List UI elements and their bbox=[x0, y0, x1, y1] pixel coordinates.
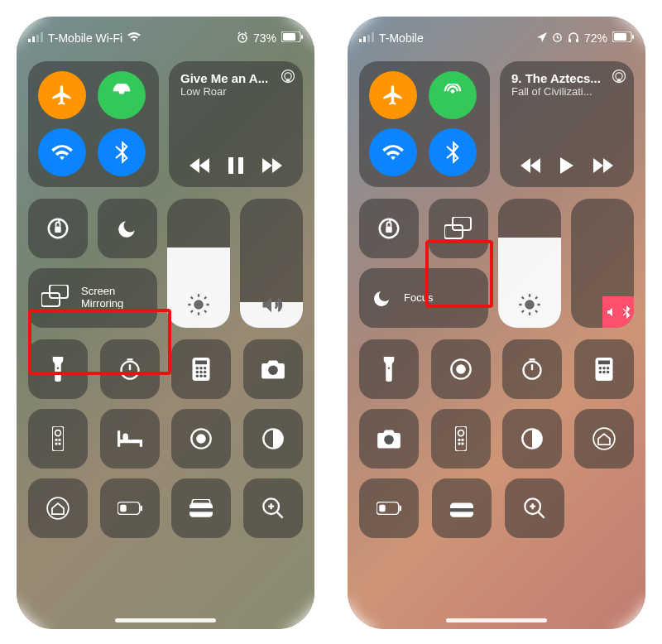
sleep-button[interactable] bbox=[100, 409, 160, 469]
flashlight-button[interactable] bbox=[28, 339, 88, 399]
dnd-button[interactable] bbox=[98, 199, 157, 258]
camera-button[interactable] bbox=[359, 409, 419, 469]
airplane-toggle[interactable] bbox=[38, 71, 86, 119]
dark-mode-button[interactable] bbox=[502, 409, 562, 469]
media-title: Give Me an A... bbox=[180, 71, 291, 85]
connectivity-panel[interactable] bbox=[359, 61, 490, 187]
screen-mirroring-button[interactable] bbox=[429, 199, 488, 258]
calculator-button[interactable] bbox=[574, 339, 634, 399]
cellular-toggle[interactable] bbox=[98, 71, 146, 119]
low-power-button[interactable] bbox=[359, 478, 419, 538]
wallet-icon bbox=[450, 499, 473, 517]
record-button[interactable] bbox=[431, 339, 491, 399]
screen-mirror-icon bbox=[41, 285, 70, 311]
wifi-icon bbox=[127, 31, 141, 45]
record-icon bbox=[189, 427, 213, 450]
bluetooth-toggle[interactable] bbox=[429, 128, 477, 176]
wallet-button[interactable] bbox=[432, 478, 492, 538]
focus-label: Focus bbox=[404, 292, 433, 305]
low-power-button[interactable] bbox=[100, 478, 160, 538]
bluetooth-toggle[interactable] bbox=[98, 128, 146, 176]
focus-button[interactable]: Focus bbox=[359, 268, 488, 328]
media-panel[interactable]: Give Me an A... Low Roar bbox=[169, 61, 303, 187]
svg-point-38 bbox=[196, 434, 206, 444]
svg-point-71 bbox=[599, 367, 602, 370]
flashlight-icon bbox=[381, 357, 396, 382]
orientation-lock-button[interactable] bbox=[28, 199, 88, 258]
svg-point-27 bbox=[196, 374, 199, 377]
wifi-toggle[interactable] bbox=[369, 128, 417, 176]
magnifier-icon bbox=[523, 497, 546, 520]
svg-point-26 bbox=[204, 371, 207, 374]
svg-point-72 bbox=[602, 367, 606, 370]
volume-slider[interactable] bbox=[571, 199, 634, 328]
timer-icon bbox=[118, 358, 142, 381]
airplane-toggle[interactable] bbox=[369, 71, 417, 119]
svg-point-21 bbox=[196, 367, 199, 370]
play-button[interactable] bbox=[559, 157, 574, 177]
svg-rect-2 bbox=[36, 35, 39, 42]
screen-mirror-icon bbox=[444, 217, 473, 240]
svg-rect-34 bbox=[59, 439, 61, 441]
cell-signal-icon bbox=[28, 31, 43, 45]
home-button[interactable] bbox=[574, 409, 634, 469]
svg-rect-54 bbox=[576, 39, 578, 42]
moon-icon bbox=[117, 218, 138, 239]
battery-icon bbox=[281, 31, 303, 45]
svg-rect-90 bbox=[450, 508, 473, 512]
wallet-button[interactable] bbox=[171, 478, 231, 538]
screen-mirroring-button[interactable]: Screen Mirroring bbox=[28, 268, 157, 328]
forward-button[interactable] bbox=[592, 158, 613, 176]
cell-signal-icon bbox=[359, 31, 374, 45]
dark-mode-button[interactable] bbox=[243, 409, 303, 469]
orientation-lock-button[interactable] bbox=[359, 199, 419, 258]
svg-point-30 bbox=[268, 365, 278, 375]
svg-point-32 bbox=[55, 430, 61, 436]
volume-slider[interactable] bbox=[240, 199, 303, 328]
flashlight-button[interactable] bbox=[359, 339, 419, 399]
svg-point-58 bbox=[451, 89, 455, 94]
status-bar: T-Mobile 72% bbox=[359, 26, 634, 50]
timer-icon bbox=[520, 358, 544, 381]
bluetooth-icon bbox=[622, 305, 631, 319]
pause-button[interactable] bbox=[228, 157, 243, 177]
cellular-toggle[interactable] bbox=[429, 71, 477, 119]
svg-rect-11 bbox=[228, 157, 233, 174]
brightness-slider[interactable] bbox=[498, 199, 561, 328]
magnifier-button[interactable] bbox=[505, 478, 564, 538]
media-title: 9. The Aztecs... bbox=[511, 71, 622, 85]
alarm-icon bbox=[552, 31, 563, 45]
status-bar: T-Mobile Wi-Fi 73% bbox=[28, 26, 303, 50]
bluetooth-icon bbox=[115, 141, 128, 164]
rewind-button[interactable] bbox=[189, 158, 211, 176]
rewind-button[interactable] bbox=[520, 158, 542, 176]
svg-point-23 bbox=[204, 367, 207, 370]
media-panel[interactable]: 9. The Aztecs... Fall of Civilizati... bbox=[500, 61, 634, 187]
carrier-label: T-Mobile Wi-Fi bbox=[48, 31, 122, 45]
record-button[interactable] bbox=[171, 409, 231, 469]
home-indicator bbox=[115, 618, 216, 622]
svg-point-85 bbox=[593, 428, 615, 449]
svg-rect-82 bbox=[458, 443, 460, 445]
home-button[interactable] bbox=[28, 478, 88, 538]
camera-button[interactable] bbox=[243, 339, 303, 399]
remote-icon bbox=[52, 426, 64, 451]
wifi-toggle[interactable] bbox=[38, 128, 86, 176]
magnifier-button[interactable] bbox=[243, 478, 303, 538]
svg-rect-81 bbox=[461, 439, 463, 441]
connectivity-panel[interactable] bbox=[28, 61, 159, 187]
svg-rect-88 bbox=[400, 506, 401, 511]
timer-button[interactable] bbox=[502, 339, 562, 399]
svg-point-67 bbox=[456, 364, 466, 374]
svg-point-79 bbox=[458, 430, 463, 436]
timer-button[interactable] bbox=[100, 339, 160, 399]
svg-point-74 bbox=[599, 371, 602, 374]
remote-button[interactable] bbox=[431, 409, 491, 469]
forward-button[interactable] bbox=[261, 158, 282, 176]
svg-rect-14 bbox=[55, 227, 61, 233]
brightness-slider[interactable] bbox=[167, 199, 230, 328]
calculator-button[interactable] bbox=[171, 339, 231, 399]
home-icon bbox=[46, 497, 70, 520]
remote-button[interactable] bbox=[28, 409, 88, 469]
volume-icon bbox=[240, 293, 303, 316]
